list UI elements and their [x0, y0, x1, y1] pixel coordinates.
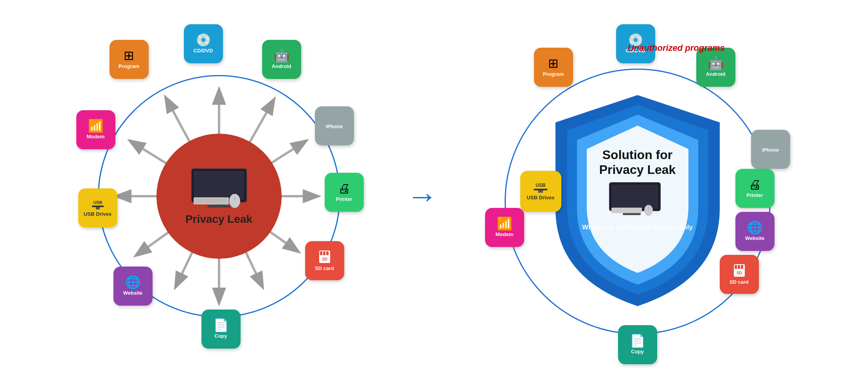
svg-rect-21 [320, 251, 322, 255]
icon-copy: 📄 Copy [201, 310, 241, 349]
svg-rect-15 [207, 205, 231, 208]
direction-arrow: → [407, 181, 438, 212]
printer-r-icon: 🖨 [749, 178, 761, 191]
icon-website: 🌐 Website [113, 267, 153, 306]
unauthorized-label: Unauthorized programs [628, 43, 725, 53]
svg-text:USB: USB [93, 200, 102, 205]
svg-rect-23 [326, 251, 329, 255]
printer-r-label: Printer [747, 192, 763, 199]
icon-sdcard: SD SD card [305, 241, 344, 280]
svg-rect-34 [735, 265, 737, 269]
icon-android: 🤖 Android [262, 40, 301, 79]
sdcard-icon: SD [318, 250, 332, 264]
svg-rect-27 [611, 185, 658, 209]
website-label: Website [123, 290, 143, 296]
sdcard-r-icon: SD [732, 263, 746, 277]
svg-text:SD: SD [322, 257, 327, 261]
sdcard-label: SD card [315, 265, 334, 272]
right-diagram: Unauthorized programs Solution forPrivac… [469, 20, 806, 372]
copy-icon: 📄 [213, 319, 229, 331]
android-label: Android [272, 63, 291, 70]
android-r-icon: 🤖 [708, 57, 724, 70]
svg-rect-17 [194, 198, 228, 204]
printer-icon: 🖨 [338, 182, 350, 195]
icon-cdvd: 💿 CD/DVD [184, 24, 223, 63]
svg-rect-36 [741, 265, 743, 269]
svg-text:USB: USB [536, 183, 546, 188]
svg-rect-22 [323, 251, 325, 255]
svg-text:SD: SD [737, 271, 742, 275]
shield-title: Solution forPrivacy Leak [571, 147, 704, 177]
icon-printer-r: 🖨 Printer [735, 169, 775, 208]
main-container: Privacy Leak ⊞ Program 💿 CD/DVD 🤖 Androi… [0, 0, 868, 392]
android-icon: 🤖 [274, 49, 289, 62]
program-r-icon: ⊞ [548, 57, 559, 70]
icon-modem-r: 📶 Modem [485, 208, 524, 247]
cdvd-icon: 💿 [196, 34, 211, 46]
icon-modem: 📶 Modem [76, 110, 115, 149]
left-monitor [188, 167, 250, 210]
sdcard-r-label: SD card [730, 279, 749, 285]
shield-subtitle: White List Authorized Devices only [571, 224, 704, 232]
left-center-label: Privacy Leak [185, 213, 252, 226]
icon-iphone: iPhone [315, 106, 354, 145]
icon-iphone-r: iPhone [751, 130, 790, 169]
icon-copy-r: 📄 Copy [618, 325, 657, 364]
copy-label: Copy [214, 333, 227, 339]
website-icon: 🌐 [125, 276, 141, 288]
svg-rect-30 [611, 208, 642, 213]
modem-r-label: Modem [496, 231, 514, 238]
icon-program-r: ⊞ Program [534, 48, 573, 87]
icon-usb-r: USB USB Drives [520, 171, 561, 212]
modem-r-icon: 📶 [497, 217, 512, 230]
icon-sdcard-r: SD SD card [720, 255, 759, 294]
icon-printer: 🖨 Printer [325, 173, 364, 212]
usb-r-label: USB Drives [527, 195, 555, 201]
modem-icon: 📶 [88, 120, 104, 132]
cdvd-label: CD/DVD [194, 48, 213, 54]
icon-program: ⊞ Program [110, 40, 149, 79]
right-monitor [606, 182, 669, 219]
modem-label: Modem [87, 134, 105, 140]
left-diagram: Privacy Leak ⊞ Program 💿 CD/DVD 🤖 Androi… [63, 20, 376, 372]
usb-r-icon: USB [532, 181, 549, 193]
iphone-label: iPhone [326, 124, 343, 130]
icon-website-r: 🌐 Website [735, 212, 775, 251]
program-r-label: Program [543, 71, 564, 77]
svg-rect-29 [623, 213, 641, 215]
shield-content: Solution forPrivacy Leak White List Auth… [571, 147, 704, 232]
copy-r-label: Copy [631, 349, 644, 355]
android-r-label: Android [706, 71, 726, 77]
usb-icon: USB [90, 199, 106, 209]
left-center: Privacy Leak [156, 134, 282, 259]
program-icon: ⊞ [124, 49, 134, 62]
copy-r-icon: 📄 [630, 335, 645, 347]
printer-label: Printer [336, 196, 352, 202]
icon-usb: USB USB Drives [78, 188, 117, 227]
svg-rect-35 [738, 265, 740, 269]
program-label: Program [119, 63, 139, 70]
website-r-icon: 🌐 [747, 221, 763, 234]
usb-label: USB Drives [84, 211, 111, 217]
website-r-label: Website [745, 235, 765, 242]
iphone-r-label: iPhone [762, 147, 779, 153]
icon-android-r: 🤖 Android [696, 48, 735, 87]
shield-wrapper: Solution forPrivacy Leak White List Auth… [544, 91, 731, 310]
